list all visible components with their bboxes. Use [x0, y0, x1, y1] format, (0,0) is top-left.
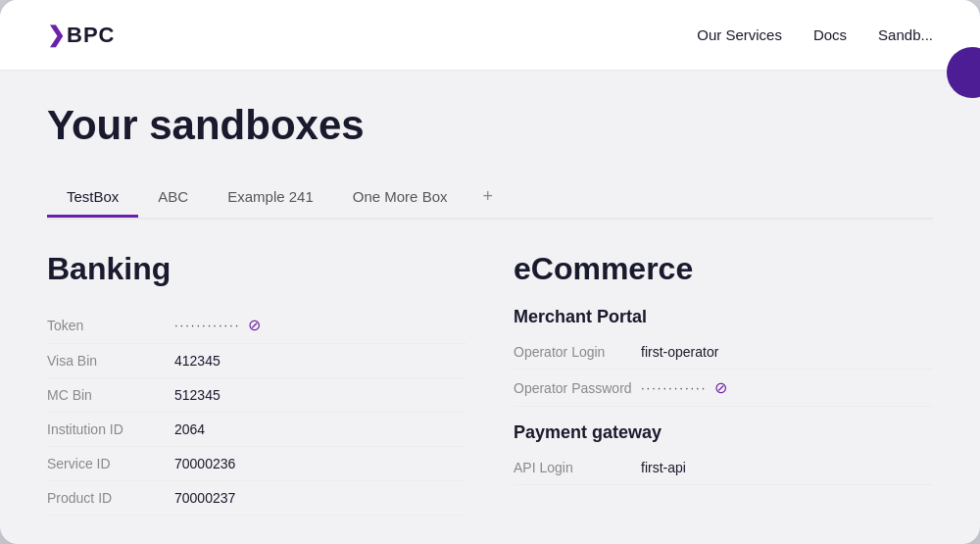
field-value-institution-id: 2064 — [174, 421, 205, 437]
field-product-id: Product ID 70000237 — [47, 481, 466, 516]
payment-gateway-subtitle: Payment gateway — [514, 422, 933, 443]
field-api-login: API Login first-api — [514, 451, 933, 485]
banking-section: Banking Token ············ ⊘ Visa Bin 41… — [47, 251, 466, 516]
field-label-product-id: Product ID — [47, 490, 174, 506]
field-label-operator-login: Operator Login — [514, 344, 641, 360]
logo: ❯ BPC — [47, 23, 115, 48]
nav-our-services[interactable]: Our Services — [697, 26, 782, 43]
token-dots: ············ — [174, 318, 240, 332]
field-label-visa-bin: Visa Bin — [47, 353, 174, 369]
operator-password-dots: ············ — [641, 380, 707, 395]
field-label-token: Token — [47, 318, 174, 333]
field-mc-bin: MC Bin 512345 — [47, 378, 466, 413]
field-label-operator-password: Operator Password — [514, 380, 641, 396]
main-content: Your sandboxes TestBox ABC Example 241 O… — [0, 71, 980, 516]
tabs-bar: TestBox ABC Example 241 One More Box + — [47, 176, 933, 220]
page-title: Your sandboxes — [47, 102, 933, 149]
field-label-api-login: API Login — [514, 460, 641, 475]
banking-title: Banking — [47, 251, 466, 287]
tab-example241[interactable]: Example 241 — [208, 178, 333, 218]
field-value-visa-bin: 412345 — [174, 353, 220, 369]
field-value-mc-bin: 512345 — [174, 387, 220, 403]
field-value-token: ············ ⊘ — [174, 316, 261, 334]
tab-testbox[interactable]: TestBox — [47, 178, 138, 218]
field-token: Token ············ ⊘ — [47, 307, 466, 344]
content-grid: Banking Token ············ ⊘ Visa Bin 41… — [47, 251, 933, 516]
logo-text: BPC — [67, 23, 115, 48]
operator-password-eye-icon[interactable]: ⊘ — [714, 378, 727, 397]
nav: Our Services Docs Sandb... — [697, 26, 933, 43]
field-label-service-id: Service ID — [47, 456, 174, 471]
nav-sandbox[interactable]: Sandb... — [878, 26, 933, 43]
tab-abc[interactable]: ABC — [138, 178, 208, 218]
screen-wrapper: ❯ BPC Our Services Docs Sandb... Your sa… — [0, 0, 980, 544]
tab-one-more-box[interactable]: One More Box — [333, 178, 467, 218]
field-visa-bin: Visa Bin 412345 — [47, 344, 466, 378]
field-institution-id: Institution ID 2064 — [47, 413, 466, 447]
field-service-id: Service ID 70000236 — [47, 447, 466, 481]
ecommerce-section: eCommerce Merchant Portal Operator Login… — [514, 251, 933, 516]
ecommerce-title: eCommerce — [514, 251, 933, 287]
merchant-portal-subtitle: Merchant Portal — [514, 307, 933, 327]
field-value-service-id: 70000236 — [174, 456, 235, 471]
field-value-operator-password: ············ ⊘ — [641, 378, 727, 397]
field-label-mc-bin: MC Bin — [47, 387, 174, 403]
field-value-product-id: 70000237 — [174, 490, 235, 506]
field-operator-login: Operator Login first-operator — [514, 335, 933, 370]
token-eye-icon[interactable]: ⊘ — [248, 316, 261, 334]
tab-add-button[interactable]: + — [466, 176, 509, 220]
logo-chevron-icon: ❯ — [47, 25, 65, 46]
nav-docs[interactable]: Docs — [813, 26, 847, 43]
field-operator-password: Operator Password ············ ⊘ — [514, 370, 933, 407]
field-label-institution-id: Institution ID — [47, 421, 174, 437]
header: ❯ BPC Our Services Docs Sandb... — [0, 0, 980, 71]
field-value-operator-login: first-operator — [641, 344, 718, 360]
field-value-api-login: first-api — [641, 460, 686, 475]
